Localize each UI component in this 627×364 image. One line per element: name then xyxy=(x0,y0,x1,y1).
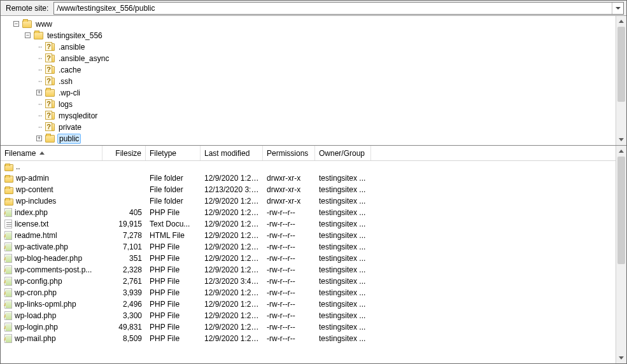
expand-icon[interactable]: + xyxy=(36,136,42,141)
folder-icon xyxy=(4,199,13,206)
file-row[interactable]: wp-blog-header.php351PHP File12/9/2020 1… xyxy=(1,253,616,264)
tree-node[interactable]: .ssh xyxy=(45,76,616,87)
tree-node[interactable]: .cache xyxy=(45,64,616,76)
file-mod: 12/9/2020 1:22:... xyxy=(201,323,263,332)
file-row[interactable]: .. xyxy=(1,161,616,172)
file-mod: 12/3/2020 3:43:... xyxy=(201,277,263,286)
tree-node[interactable]: .ansible xyxy=(45,41,616,53)
scroll-down-button[interactable] xyxy=(616,353,626,363)
file-row[interactable]: license.txt19,915Text Docu...12/9/2020 1… xyxy=(1,218,616,230)
file-row[interactable]: wp-contentFile folder12/13/2020 3:4...dr… xyxy=(1,184,616,195)
remote-tree-pane: − www − testingsitex_556 .ansible.ansibl… xyxy=(1,16,626,146)
tree-node[interactable]: logs xyxy=(45,99,616,110)
column-header-owner[interactable]: Owner/Group xyxy=(315,146,371,160)
file-list-headers: Filename Filesize Filetype Last modified… xyxy=(1,146,616,161)
file-name: wp-content xyxy=(16,185,53,194)
file-name: wp-login.php xyxy=(15,323,58,332)
file-name: wp-mail.php xyxy=(15,334,56,343)
file-name-cell: index.php xyxy=(1,208,102,217)
file-mod: 12/9/2020 1:22:... xyxy=(201,300,263,309)
file-row[interactable]: wp-load.php3,300PHP File12/9/2020 1:22:.… xyxy=(1,310,616,321)
file-row[interactable]: wp-login.php49,831PHP File12/9/2020 1:22… xyxy=(1,321,616,333)
tree-node-site[interactable]: − testingsitex_556 xyxy=(34,30,616,41)
file-type: PHP File xyxy=(146,265,201,274)
tree-leaf-icon xyxy=(38,81,42,82)
file-row[interactable]: readme.html7,278HTML File12/9/2020 1:22:… xyxy=(1,230,616,241)
file-perm: -rw-r--r-- xyxy=(263,311,315,320)
file-own: testingsitex ... xyxy=(315,231,371,240)
file-row[interactable]: wp-includesFile folder12/9/2020 1:23:...… xyxy=(1,195,616,207)
php-icon xyxy=(4,323,12,332)
tree-label: private xyxy=(57,123,83,132)
file-row[interactable]: wp-comments-post.p...2,328PHP File12/9/2… xyxy=(1,264,616,276)
file-type: PHP File xyxy=(146,300,201,309)
tree-scrollbar[interactable] xyxy=(616,16,626,145)
collapse-icon[interactable]: − xyxy=(25,32,31,38)
file-mod: 12/9/2020 1:22:... xyxy=(201,334,263,343)
file-type: PHP File xyxy=(146,288,201,297)
column-header-modified[interactable]: Last modified xyxy=(201,146,263,160)
file-row[interactable]: wp-mail.php8,509PHP File12/9/2020 1:22:.… xyxy=(1,333,616,344)
scroll-up-button[interactable] xyxy=(616,16,626,27)
file-mod: 12/9/2020 1:22:... xyxy=(201,220,263,228)
file-perm: -rw-r--r-- xyxy=(263,334,315,343)
scroll-thumb[interactable] xyxy=(617,27,625,102)
php-icon xyxy=(4,311,12,320)
expand-icon[interactable]: + xyxy=(36,90,42,95)
column-header-permissions[interactable]: Permissions xyxy=(263,146,315,160)
tree-node[interactable]: private xyxy=(45,122,616,133)
file-mod: 12/9/2020 1:22:... xyxy=(201,265,263,274)
file-list-rows[interactable]: ..wp-adminFile folder12/9/2020 1:22:...d… xyxy=(1,161,616,363)
column-header-filename[interactable]: Filename xyxy=(1,146,102,160)
column-header-label: Last modified xyxy=(204,149,250,158)
file-row[interactable]: wp-adminFile folder12/9/2020 1:22:...drw… xyxy=(1,172,616,184)
scroll-thumb[interactable] xyxy=(617,157,625,264)
file-perm: -rw-r--r-- xyxy=(263,254,315,263)
tree-node[interactable]: .ansible_async xyxy=(45,53,616,64)
file-type: File folder xyxy=(146,197,201,206)
file-row[interactable]: wp-activate.php7,101PHP File12/9/2020 1:… xyxy=(1,241,616,253)
file-row[interactable]: index.php405PHP File12/9/2020 1:22:...-r… xyxy=(1,207,616,218)
tree-label: testingsitex_556 xyxy=(46,31,104,40)
file-name: license.txt xyxy=(15,220,48,228)
remote-path-input[interactable] xyxy=(54,3,612,14)
file-name: wp-activate.php xyxy=(15,242,68,251)
chevron-down-icon xyxy=(619,138,624,141)
column-header-filesize[interactable]: Filesize xyxy=(102,146,146,160)
file-row[interactable]: wp-cron.php3,939PHP File12/9/2020 1:22:.… xyxy=(1,287,616,298)
remote-path-field-wrap[interactable] xyxy=(53,2,624,15)
file-perm: drwxr-xr-x xyxy=(263,197,315,206)
tree-leaf-icon xyxy=(38,115,42,116)
file-type: PHP File xyxy=(146,334,201,343)
file-name-cell: wp-config.php xyxy=(1,277,102,286)
file-name: readme.html xyxy=(15,231,57,240)
column-header-label: Permissions xyxy=(267,149,308,158)
file-row[interactable]: wp-config.php2,761PHP File12/3/2020 3:43… xyxy=(1,276,616,287)
file-perm: -rw-r--r-- xyxy=(263,242,315,251)
php-icon xyxy=(4,231,12,240)
tree-node[interactable]: mysqleditor xyxy=(45,110,616,122)
file-row[interactable]: wp-links-opml.php2,496PHP File12/9/2020 … xyxy=(1,298,616,310)
scroll-track[interactable] xyxy=(616,157,626,353)
file-own: testingsitex ... xyxy=(315,220,371,228)
column-header-filetype[interactable]: Filetype xyxy=(146,146,201,160)
scroll-up-button[interactable] xyxy=(616,146,626,157)
file-name: wp-includes xyxy=(16,197,56,206)
sort-asc-icon xyxy=(39,151,45,155)
scroll-down-button[interactable] xyxy=(616,134,626,145)
scroll-track[interactable] xyxy=(616,27,626,134)
tree-label: public xyxy=(57,134,81,144)
tree-node[interactable]: +public xyxy=(45,133,616,144)
tree-node-www[interactable]: − www xyxy=(22,18,616,30)
file-own: testingsitex ... xyxy=(315,174,371,183)
folder-unknown-icon xyxy=(45,43,55,51)
file-size: 49,831 xyxy=(102,323,146,332)
tree-node[interactable]: +.wp-cli xyxy=(45,87,616,99)
php-icon xyxy=(4,334,12,343)
filelist-scrollbar[interactable] xyxy=(616,146,626,363)
remote-tree[interactable]: − www − testingsitex_556 .ansible.ansibl… xyxy=(1,16,616,145)
collapse-icon[interactable]: − xyxy=(13,21,19,27)
remote-path-dropdown-button[interactable] xyxy=(612,3,623,14)
file-size: 7,101 xyxy=(102,242,146,251)
chevron-up-icon xyxy=(619,20,624,23)
